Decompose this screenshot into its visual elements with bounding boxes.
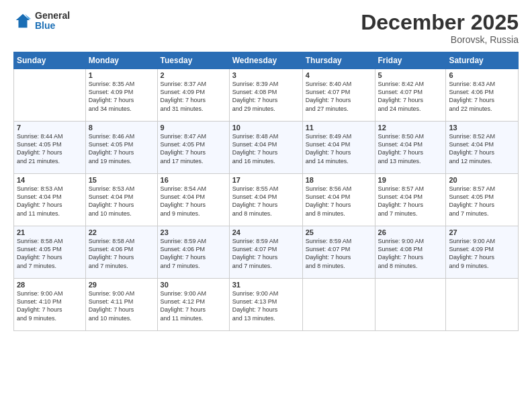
calendar-cell: 13Sunrise: 8:52 AM Sunset: 4:04 PM Dayli…	[446, 122, 519, 174]
calendar-cell: 27Sunrise: 9:00 AM Sunset: 4:09 PM Dayli…	[446, 226, 519, 279]
calendar-day-header: Friday	[375, 52, 446, 69]
day-info: Sunrise: 8:58 AM Sunset: 4:06 PM Dayligh…	[89, 237, 154, 270]
calendar-cell: 12Sunrise: 8:50 AM Sunset: 4:04 PM Dayli…	[375, 122, 446, 174]
calendar-cell: 15Sunrise: 8:53 AM Sunset: 4:04 PM Dayli…	[85, 174, 157, 226]
calendar-cell: 4Sunrise: 8:40 AM Sunset: 4:07 PM Daylig…	[302, 69, 375, 122]
day-number: 21	[17, 228, 83, 236]
day-info: Sunrise: 8:37 AM Sunset: 4:09 PM Dayligh…	[161, 80, 226, 113]
calendar-cell: 17Sunrise: 8:55 AM Sunset: 4:04 PM Dayli…	[229, 174, 302, 226]
day-info: Sunrise: 9:00 AM Sunset: 4:10 PM Dayligh…	[17, 289, 83, 322]
day-info: Sunrise: 8:53 AM Sunset: 4:04 PM Dayligh…	[17, 185, 83, 218]
day-number: 18	[306, 176, 372, 184]
logo-text: General Blue	[35, 11, 70, 32]
calendar-cell: 25Sunrise: 8:59 AM Sunset: 4:07 PM Dayli…	[302, 226, 375, 279]
day-info: Sunrise: 8:50 AM Sunset: 4:04 PM Dayligh…	[378, 132, 443, 165]
day-info: Sunrise: 8:57 AM Sunset: 4:05 PM Dayligh…	[449, 185, 515, 218]
logo: General Blue	[13, 11, 70, 32]
calendar-cell: 18Sunrise: 8:56 AM Sunset: 4:04 PM Dayli…	[302, 174, 375, 226]
day-info: Sunrise: 9:00 AM Sunset: 4:08 PM Dayligh…	[378, 237, 443, 270]
svg-marker-0	[16, 14, 30, 28]
calendar-cell: 26Sunrise: 9:00 AM Sunset: 4:08 PM Dayli…	[375, 226, 446, 279]
calendar-cell: 20Sunrise: 8:57 AM Sunset: 4:05 PM Dayli…	[446, 174, 519, 226]
day-number: 14	[17, 176, 83, 184]
calendar-cell	[446, 279, 519, 331]
day-number: 4	[306, 71, 372, 79]
day-number: 7	[17, 124, 83, 132]
day-info: Sunrise: 9:00 AM Sunset: 4:13 PM Dayligh…	[232, 289, 300, 322]
day-info: Sunrise: 9:00 AM Sunset: 4:12 PM Dayligh…	[161, 289, 226, 322]
day-number: 26	[378, 228, 443, 236]
day-number: 29	[89, 281, 154, 289]
day-info: Sunrise: 9:00 AM Sunset: 4:11 PM Dayligh…	[89, 289, 154, 322]
page-container: General Blue December 2025 Borovsk, Russ…	[0, 0, 532, 411]
calendar-cell: 23Sunrise: 8:59 AM Sunset: 4:06 PM Dayli…	[157, 226, 229, 279]
day-number: 20	[449, 176, 515, 184]
day-number: 27	[449, 228, 515, 236]
calendar-header-row: SundayMondayTuesdayWednesdayThursdayFrid…	[14, 52, 519, 69]
calendar-day-header: Monday	[85, 52, 157, 69]
calendar-cell: 2Sunrise: 8:37 AM Sunset: 4:09 PM Daylig…	[157, 69, 229, 122]
day-number: 28	[17, 281, 83, 289]
calendar-cell: 19Sunrise: 8:57 AM Sunset: 4:04 PM Dayli…	[375, 174, 446, 226]
logo-general: General	[35, 11, 70, 21]
calendar-day-header: Wednesday	[229, 52, 302, 69]
day-info: Sunrise: 8:55 AM Sunset: 4:04 PM Dayligh…	[232, 185, 300, 218]
calendar-day-header: Saturday	[446, 52, 519, 69]
day-number: 11	[306, 124, 372, 132]
day-number: 3	[232, 71, 300, 79]
calendar-cell: 7Sunrise: 8:44 AM Sunset: 4:05 PM Daylig…	[14, 122, 86, 174]
day-number: 9	[161, 124, 226, 132]
day-info: Sunrise: 8:46 AM Sunset: 4:05 PM Dayligh…	[89, 132, 154, 165]
day-number: 25	[306, 228, 372, 236]
calendar-cell: 29Sunrise: 9:00 AM Sunset: 4:11 PM Dayli…	[85, 279, 157, 331]
day-number: 30	[161, 281, 226, 289]
day-info: Sunrise: 8:54 AM Sunset: 4:04 PM Dayligh…	[161, 185, 226, 218]
day-number: 12	[378, 124, 443, 132]
day-info: Sunrise: 8:47 AM Sunset: 4:05 PM Dayligh…	[161, 132, 226, 165]
day-info: Sunrise: 8:52 AM Sunset: 4:04 PM Dayligh…	[449, 132, 515, 165]
day-number: 19	[378, 176, 443, 184]
location: Borovsk, Russia	[361, 34, 519, 45]
calendar-day-header: Thursday	[302, 52, 375, 69]
day-info: Sunrise: 8:59 AM Sunset: 4:07 PM Dayligh…	[232, 237, 300, 270]
day-number: 10	[232, 124, 300, 132]
day-info: Sunrise: 8:57 AM Sunset: 4:04 PM Dayligh…	[378, 185, 443, 218]
month-title: December 2025	[361, 11, 519, 34]
calendar-cell: 30Sunrise: 9:00 AM Sunset: 4:12 PM Dayli…	[157, 279, 229, 331]
day-info: Sunrise: 8:40 AM Sunset: 4:07 PM Dayligh…	[306, 80, 372, 113]
day-info: Sunrise: 8:59 AM Sunset: 4:06 PM Dayligh…	[161, 237, 226, 270]
calendar-cell: 14Sunrise: 8:53 AM Sunset: 4:04 PM Dayli…	[14, 174, 86, 226]
day-info: Sunrise: 8:53 AM Sunset: 4:04 PM Dayligh…	[89, 185, 154, 218]
day-number: 31	[232, 281, 300, 289]
calendar-cell: 6Sunrise: 8:43 AM Sunset: 4:06 PM Daylig…	[446, 69, 519, 122]
calendar-cell: 22Sunrise: 8:58 AM Sunset: 4:06 PM Dayli…	[85, 226, 157, 279]
page-header: General Blue December 2025 Borovsk, Russ…	[13, 11, 519, 45]
calendar-cell: 21Sunrise: 8:58 AM Sunset: 4:05 PM Dayli…	[14, 226, 86, 279]
calendar-cell: 1Sunrise: 8:35 AM Sunset: 4:09 PM Daylig…	[85, 69, 157, 122]
day-info: Sunrise: 8:56 AM Sunset: 4:04 PM Dayligh…	[306, 185, 372, 218]
day-number: 2	[161, 71, 226, 79]
calendar-cell: 31Sunrise: 9:00 AM Sunset: 4:13 PM Dayli…	[229, 279, 302, 331]
day-info: Sunrise: 8:35 AM Sunset: 4:09 PM Dayligh…	[89, 80, 154, 113]
calendar-cell	[375, 279, 446, 331]
day-number: 6	[449, 71, 515, 79]
calendar-cell: 5Sunrise: 8:42 AM Sunset: 4:07 PM Daylig…	[375, 69, 446, 122]
calendar-cell: 28Sunrise: 9:00 AM Sunset: 4:10 PM Dayli…	[14, 279, 86, 331]
calendar-week-row: 21Sunrise: 8:58 AM Sunset: 4:05 PM Dayli…	[14, 226, 519, 279]
calendar-cell: 16Sunrise: 8:54 AM Sunset: 4:04 PM Dayli…	[157, 174, 229, 226]
title-block: December 2025 Borovsk, Russia	[361, 11, 519, 45]
day-number: 22	[89, 228, 154, 236]
calendar-cell: 24Sunrise: 8:59 AM Sunset: 4:07 PM Dayli…	[229, 226, 302, 279]
day-number: 15	[89, 176, 154, 184]
calendar-cell	[302, 279, 375, 331]
calendar-cell	[14, 69, 86, 122]
calendar-day-header: Sunday	[14, 52, 86, 69]
calendar-table: SundayMondayTuesdayWednesdayThursdayFrid…	[13, 52, 519, 331]
day-info: Sunrise: 8:42 AM Sunset: 4:07 PM Dayligh…	[378, 80, 443, 113]
logo-icon	[13, 11, 32, 30]
day-info: Sunrise: 8:58 AM Sunset: 4:05 PM Dayligh…	[17, 237, 83, 270]
calendar-week-row: 14Sunrise: 8:53 AM Sunset: 4:04 PM Dayli…	[14, 174, 519, 226]
day-number: 16	[161, 176, 226, 184]
calendar-cell: 9Sunrise: 8:47 AM Sunset: 4:05 PM Daylig…	[157, 122, 229, 174]
logo-blue: Blue	[35, 21, 70, 31]
